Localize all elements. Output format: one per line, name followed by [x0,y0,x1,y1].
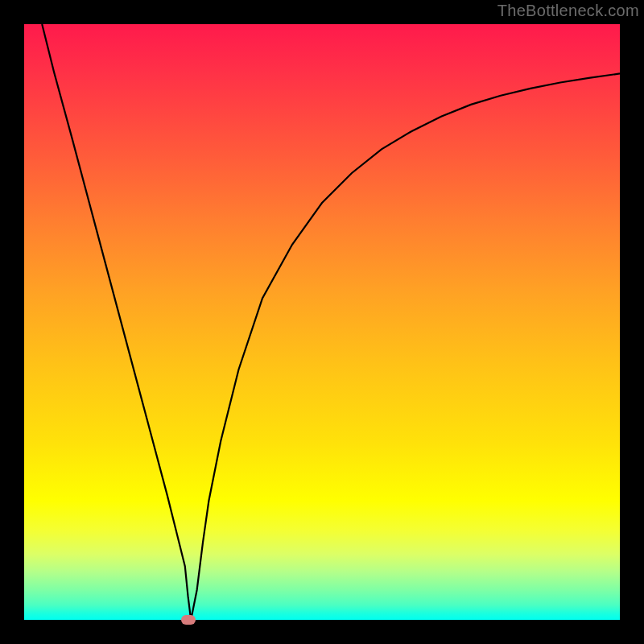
bottleneck-curve [42,24,620,620]
watermark-label: TheBottleneck.com [497,2,639,20]
optimal-point-marker [181,615,196,625]
chart-container: TheBottleneck.com [0,0,644,644]
plot-area [24,24,620,620]
curve-svg [24,24,620,620]
